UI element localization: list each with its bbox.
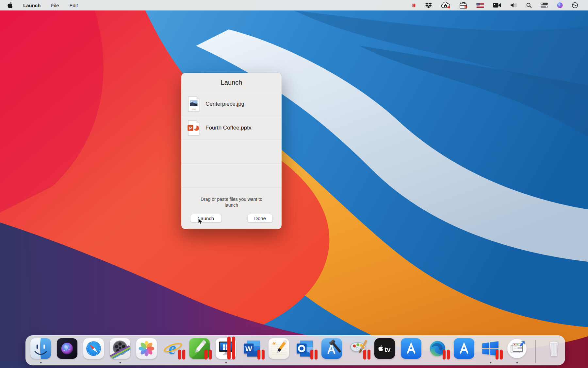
empty-list-row <box>181 140 282 164</box>
running-indicator-dot <box>119 362 121 363</box>
control-center-icon[interactable] <box>540 2 548 8</box>
dock-item-parallels[interactable] <box>216 338 236 359</box>
search-icon[interactable] <box>526 2 532 8</box>
dock-item-edge[interactable] <box>427 338 448 359</box>
dock-item-trash[interactable] <box>544 338 564 359</box>
pause-badge <box>363 350 370 359</box>
dock-item-green-marker[interactable] <box>189 338 210 359</box>
clock-icon[interactable] <box>572 2 578 9</box>
dock-item-windows[interactable] <box>480 338 501 359</box>
menu-bar: Launch File Edit <box>0 0 588 10</box>
svg-text:P: P <box>189 126 192 131</box>
pause-badge <box>443 350 450 359</box>
dock-item-xcode[interactable] <box>321 338 342 359</box>
menu-file[interactable]: File <box>51 3 59 8</box>
running-indicator-dot <box>490 362 491 363</box>
pause-badge <box>257 350 265 359</box>
file-list: JPGCenterpiece.jpgPFourth Coffee.pptx <box>181 92 282 140</box>
dock-item-safari[interactable] <box>83 338 104 359</box>
dialog-footer: Drag or paste files you want to launch L… <box>181 188 282 229</box>
menu-app-name[interactable]: Launch <box>23 3 41 8</box>
pptx-file-icon: P <box>187 120 201 136</box>
svg-text:JPG: JPG <box>191 108 196 111</box>
dock-item-internet-explorer[interactable]: e <box>163 338 183 359</box>
mouse-cursor <box>198 218 204 227</box>
pause-badge <box>178 350 185 359</box>
wallpaper <box>0 0 588 368</box>
pause-badge <box>310 350 318 359</box>
toolbox-icon[interactable] <box>459 1 468 9</box>
done-button[interactable]: Done <box>247 214 273 222</box>
svg-text:“: “ <box>272 341 276 349</box>
launch-button[interactable]: Launch <box>190 214 222 222</box>
svg-text:e: e <box>169 339 176 358</box>
dock-item-app-store-2[interactable] <box>454 338 474 359</box>
siri-icon[interactable] <box>557 2 563 9</box>
volume-icon[interactable] <box>510 2 517 9</box>
dock-item-apple-tv[interactable]: tv <box>374 338 395 359</box>
dock-item-writing[interactable]: “ <box>269 338 289 359</box>
us-flag-icon[interactable] <box>476 3 484 8</box>
launch-dialog: Launch JPGCenterpiece.jpgPFourth Coffee.… <box>181 73 282 229</box>
dock-item-outlook[interactable] <box>295 338 316 359</box>
running-indicator-dot <box>516 362 518 363</box>
empty-list-row <box>181 164 282 188</box>
dialog-title: Launch <box>181 73 282 92</box>
video-camera-icon[interactable] <box>493 2 501 9</box>
dock-item-finder[interactable] <box>30 338 51 359</box>
pause-badge <box>227 337 235 359</box>
drag-hint-text: Drag or paste files you want to launch <box>194 196 270 208</box>
dock-item-movie-reel[interactable] <box>110 338 130 359</box>
desktop: Launch File Edit Launch JPGCenterpiece.j… <box>0 0 588 368</box>
apple-menu-icon[interactable] <box>7 2 13 9</box>
dock: eW“tv <box>25 335 565 365</box>
dock-item-word[interactable]: W <box>242 338 263 359</box>
pause-badge <box>496 350 503 359</box>
dock-item-photos[interactable] <box>136 338 157 359</box>
menu-edit[interactable]: Edit <box>70 3 78 8</box>
svg-text:tv: tv <box>385 346 391 353</box>
running-indicator-dot <box>225 362 227 363</box>
jpg-file-icon: JPG <box>187 96 201 112</box>
dock-separator <box>535 340 536 363</box>
dropbox-icon[interactable] <box>425 2 432 9</box>
dock-item-window-switcher[interactable] <box>507 338 527 359</box>
status-icon-tray <box>411 1 588 9</box>
file-row[interactable]: PFourth Coffee.pptx <box>181 116 282 140</box>
file-name: Centerpiece.jpg <box>205 101 244 107</box>
file-name: Fourth Coffee.pptx <box>205 125 252 131</box>
dock-item-app-store[interactable] <box>401 338 421 359</box>
pause-icon[interactable] <box>411 2 416 9</box>
running-indicator-dot <box>40 362 41 363</box>
dock-item-paint[interactable] <box>348 338 368 359</box>
pause-badge <box>204 350 212 359</box>
svg-text:W: W <box>245 345 253 353</box>
cloud-home-icon[interactable] <box>441 1 450 9</box>
dock-item-siri[interactable] <box>57 338 77 359</box>
file-row[interactable]: JPGCenterpiece.jpg <box>181 92 282 116</box>
